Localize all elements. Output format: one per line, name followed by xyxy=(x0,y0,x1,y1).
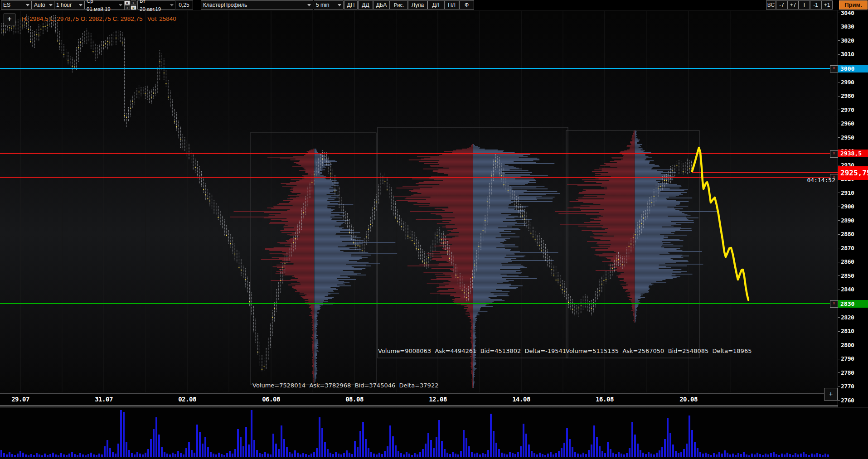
dd-button[interactable]: ДД xyxy=(358,0,373,10)
chevron-down-icon xyxy=(119,4,122,6)
price-axis-tick xyxy=(838,317,840,318)
minus7-button[interactable]: -7 xyxy=(776,0,787,10)
price-axis-tick xyxy=(838,248,840,248)
remove-level-button[interactable]: × xyxy=(830,150,838,158)
sub-timeframe-value: 5 min xyxy=(316,1,329,9)
scale-mode-select[interactable]: Auto xyxy=(32,0,55,10)
price-axis-tick xyxy=(838,234,840,235)
notes-button[interactable]: Прим. xyxy=(839,0,868,10)
date-tick-label: 08.08 xyxy=(345,396,364,403)
price-axis-tick xyxy=(838,387,840,387)
symbol-select[interactable]: ES xyxy=(1,0,32,10)
time-axis[interactable]: 29.0731.0702.0806.0808.0812.0814.0816.08… xyxy=(0,393,868,405)
price-axis-tick xyxy=(838,165,840,165)
price-axis-tick xyxy=(838,345,840,345)
price-axis-label: 2760 xyxy=(841,397,854,404)
chevron-down-icon xyxy=(307,4,311,6)
price-axis-label: 3040 xyxy=(841,10,854,16)
draw-button[interactable]: Рис. xyxy=(390,0,408,10)
sub-timeframe-select[interactable]: 5 min xyxy=(314,0,344,10)
chevron-down-icon xyxy=(338,4,341,6)
dp-button[interactable]: ДП xyxy=(344,0,358,10)
bar-countdown-timer: 04:14:52 xyxy=(791,177,835,184)
level-price-label: 2830 xyxy=(838,300,868,308)
date-from-picker[interactable]: Ср 01.май.19 xyxy=(84,0,125,10)
remove-level-button[interactable]: × xyxy=(830,300,838,308)
last-price-label: 2925,75 xyxy=(838,166,868,180)
step-forward-button[interactable]: > xyxy=(131,0,136,5)
price-axis-tick xyxy=(838,275,840,276)
volume-histogram-canvas[interactable] xyxy=(0,408,838,459)
k-lock-right-button[interactable]: k xyxy=(131,5,136,10)
tick-size-label: 0,25 xyxy=(175,0,193,10)
chevron-down-icon xyxy=(79,4,82,6)
price-axis-label: 2820 xyxy=(841,314,854,321)
price-axis-tick xyxy=(838,13,840,13)
date-tick-label: 31.07 xyxy=(95,396,113,403)
date-tick-label: 02.08 xyxy=(178,396,196,403)
profile-stats-label: Volume=5115135 Ask=2567050 Bid=2548085 D… xyxy=(566,348,752,354)
price-axis-label: 2780 xyxy=(841,369,854,376)
pl-button[interactable]: ПЛ xyxy=(444,0,459,10)
date-tick-label: 12.08 xyxy=(429,396,447,403)
indicator-select[interactable]: КластерПрофиль xyxy=(201,0,313,10)
price-axis-tick xyxy=(838,27,840,27)
plus1-button[interactable]: +1 xyxy=(821,0,833,10)
plus7-button[interactable]: +7 xyxy=(787,0,799,10)
add-indicator-button[interactable]: + xyxy=(4,14,15,25)
k-lock-left-button[interactable]: k xyxy=(124,0,130,5)
price-axis[interactable]: 3040303030203010300029902980297029602950… xyxy=(838,10,868,407)
timeframe-select[interactable]: 1 hour xyxy=(54,0,85,10)
price-axis-tick xyxy=(838,54,840,55)
date-tick-label: 20.08 xyxy=(679,396,698,403)
price-axis-tick xyxy=(838,40,840,41)
price-axis-tick xyxy=(838,82,840,82)
chevron-down-icon xyxy=(170,4,174,6)
profile-stats-label: Volume=7528014 Ask=3782968 Bid=3745046 D… xyxy=(252,382,438,389)
price-axis-label: 2990 xyxy=(841,79,854,86)
price-axis-label: 2970 xyxy=(841,106,854,113)
minus1-button[interactable]: -1 xyxy=(810,0,821,10)
vs-button[interactable]: ВС xyxy=(766,0,776,10)
price-axis-tick xyxy=(838,400,840,401)
zoom-in-button[interactable]: + xyxy=(824,388,838,401)
price-axis-tick xyxy=(838,220,840,221)
step-back-button[interactable]: < xyxy=(124,5,130,10)
price-axis-label: 2810 xyxy=(841,328,854,334)
profile-stats-label: Volume=9008063 Ask=4494261 Bid=4513802 D… xyxy=(378,348,566,354)
t-button[interactable]: Т xyxy=(799,0,810,10)
dl-button[interactable]: ДЛ xyxy=(427,0,444,10)
price-chart-pane[interactable]: + H: 2984,5 L: 2978,75 O: 2982,75 C: 298… xyxy=(0,10,838,393)
price-axis-label: 2910 xyxy=(841,189,854,196)
chevron-down-icon xyxy=(49,4,53,6)
date-tick-label: 14.08 xyxy=(512,396,530,403)
trading-terminal-window: ES Auto 1 hour Ср 01.май.19 k > < k Вт 2… xyxy=(0,0,868,459)
date-to-value: Вт 20.авг.19 xyxy=(140,0,168,13)
scale-mode-value: Auto xyxy=(34,1,45,9)
indicator-value: КластерПрофиль xyxy=(203,1,247,9)
price-axis-label: 2800 xyxy=(841,342,854,348)
price-axis-label: 2860 xyxy=(841,258,854,265)
toolbar: ES Auto 1 hour Ср 01.май.19 k > < k Вт 2… xyxy=(0,0,868,10)
volume-panel[interactable] xyxy=(0,408,868,459)
date-tick-label: 06.08 xyxy=(262,396,280,403)
remove-level-button[interactable]: × xyxy=(830,65,838,72)
price-axis-tick xyxy=(838,359,840,359)
magnifier-button[interactable]: Лупа xyxy=(408,0,427,10)
price-axis-label: 2890 xyxy=(841,217,854,224)
date-tick-label: 29.07 xyxy=(11,396,29,403)
f-button[interactable]: Ф xyxy=(459,0,474,10)
price-axis-tick xyxy=(838,110,840,110)
panel-splitter[interactable] xyxy=(0,405,868,408)
chevron-down-icon xyxy=(26,4,29,6)
dba-button[interactable]: ДБА xyxy=(373,0,390,10)
price-axis-label: 3020 xyxy=(841,37,854,44)
price-axis-tick xyxy=(838,290,840,290)
date-to-picker[interactable]: Вт 20.авг.19 xyxy=(137,0,176,10)
price-axis-tick xyxy=(838,331,840,332)
level-price-label: 2938,5 xyxy=(838,150,868,157)
date-tick-label: 16.08 xyxy=(596,396,614,403)
price-chart-canvas[interactable] xyxy=(0,10,838,393)
price-axis-label: 2880 xyxy=(841,231,854,237)
price-axis-label: 3010 xyxy=(841,51,854,58)
